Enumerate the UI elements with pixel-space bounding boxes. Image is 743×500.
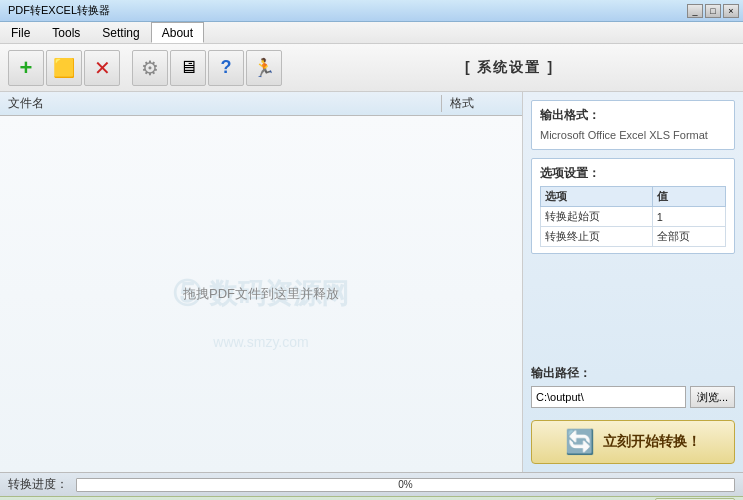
remove-icon: 🟨	[53, 57, 75, 79]
run-button[interactable]: 🏃	[246, 50, 282, 86]
options-section: 选项设置： 选项 值 转换起始页 1 转换终止页 全部页	[531, 158, 735, 254]
main-area: 文件名 格式 ⑤ 数码资源网 www.smzy.com 拖拽PDF文件到这里并释…	[0, 92, 743, 472]
options-col-option: 选项	[541, 187, 653, 207]
file-panel-header: 文件名 格式	[0, 92, 522, 116]
output-path-row: 浏览...	[531, 386, 735, 408]
convert-label: 立刻开始转换！	[603, 433, 701, 451]
delete-icon: ✕	[94, 56, 111, 80]
file-panel: 文件名 格式 ⑤ 数码资源网 www.smzy.com 拖拽PDF文件到这里并释…	[0, 92, 523, 472]
maximize-button[interactable]: □	[705, 4, 721, 18]
delete-button[interactable]: ✕	[84, 50, 120, 86]
remove-file-button[interactable]: 🟨	[46, 50, 82, 86]
menu-about[interactable]: About	[151, 22, 204, 43]
close-button[interactable]: ×	[723, 4, 739, 18]
options-title: 选项设置：	[540, 165, 726, 182]
menu-tools[interactable]: Tools	[41, 22, 91, 43]
spacer	[531, 262, 735, 355]
options-col-value: 值	[652, 187, 725, 207]
title-controls: _ □ ×	[687, 4, 739, 18]
output-format-value: Microsoft Office Excel XLS Format	[540, 128, 726, 143]
monitor-icon: 🖥	[179, 57, 197, 78]
monitor-button[interactable]: 🖥	[170, 50, 206, 86]
title-bar: PDF转EXCEL转换器 _ □ ×	[0, 0, 743, 22]
run-icon: 🏃	[253, 57, 275, 79]
file-list-body[interactable]: ⑤ 数码资源网 www.smzy.com 拖拽PDF文件到这里并释放	[0, 116, 522, 472]
options-row-end: 转换终止页 全部页	[541, 227, 726, 247]
add-file-button[interactable]: +	[8, 50, 44, 86]
option-label-end: 转换终止页	[541, 227, 653, 247]
settings-icon: ⚙	[141, 56, 159, 80]
convert-icon: 🔄	[565, 428, 595, 456]
output-format-title: 输出格式：	[540, 107, 726, 124]
menu-file[interactable]: File	[0, 22, 41, 43]
settings-panel: 输出格式： Microsoft Office Excel XLS Format …	[523, 92, 743, 472]
watermark-line2: www.smzy.com	[213, 334, 308, 350]
footer-bar: PDF转Excel转换器 ✔ 意见反馈	[0, 496, 743, 500]
column-format: 格式	[442, 95, 522, 112]
settings-button[interactable]: ⚙	[132, 50, 168, 86]
help-button[interactable]: ?	[208, 50, 244, 86]
option-value-end: 全部页	[652, 227, 725, 247]
system-settings-label: [ 系统设置 ]	[284, 59, 735, 77]
progress-label: 转换进度：	[8, 476, 68, 493]
add-icon: +	[20, 55, 33, 81]
options-table: 选项 值 转换起始页 1 转换终止页 全部页	[540, 186, 726, 247]
browse-button[interactable]: 浏览...	[690, 386, 735, 408]
status-bar: 转换进度： 0%	[0, 472, 743, 496]
minimize-button[interactable]: _	[687, 4, 703, 18]
progress-percent-text: 0%	[76, 478, 735, 492]
output-path-input[interactable]	[531, 386, 686, 408]
output-format-section: 输出格式： Microsoft Office Excel XLS Format	[531, 100, 735, 150]
column-filename: 文件名	[0, 95, 442, 112]
option-label-start: 转换起始页	[541, 207, 653, 227]
help-icon: ?	[221, 57, 232, 78]
menu-setting[interactable]: Setting	[91, 22, 150, 43]
option-value-start: 1	[652, 207, 725, 227]
options-row-start: 转换起始页 1	[541, 207, 726, 227]
output-path-label: 输出路径：	[531, 365, 735, 382]
toolbar: + 🟨 ✕ ⚙ 🖥 ? 🏃 [ 系统设置 ]	[0, 44, 743, 92]
progress-bar-wrapper: 0%	[76, 478, 735, 492]
convert-button[interactable]: 🔄 立刻开始转换！	[531, 420, 735, 464]
menu-bar: File Tools Setting About	[0, 22, 743, 44]
drop-hint: 拖拽PDF文件到这里并释放	[183, 285, 339, 303]
window-title: PDF转EXCEL转换器	[4, 3, 110, 18]
output-path-section: 输出路径： 浏览...	[531, 365, 735, 408]
